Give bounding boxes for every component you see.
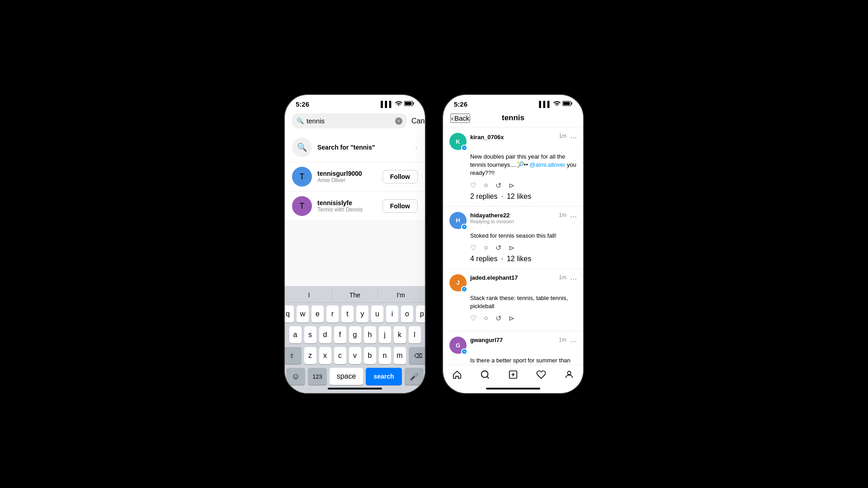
- signal-icon-right: ▌▌▌: [539, 101, 552, 108]
- battery-icon: [404, 101, 414, 108]
- post-more-3[interactable]: ···: [570, 274, 577, 284]
- subtitle-2: Tennis with Dennis: [317, 206, 377, 213]
- repost-icon-2[interactable]: ↺: [495, 244, 501, 252]
- results-feed[interactable]: K + kiran_0706x 1m ··· New doubles pair …: [443, 127, 583, 365]
- nav-search[interactable]: [480, 370, 490, 382]
- svg-line-7: [487, 377, 489, 379]
- key-m[interactable]: m: [394, 347, 406, 364]
- search-for-info: Search for "tennis": [317, 144, 410, 151]
- post-username-4: gwangurl77: [470, 337, 555, 343]
- post-header-4: G + gwangurl77 1m ···: [449, 337, 577, 354]
- follow-button-1[interactable]: Follow: [382, 170, 418, 183]
- keyboard-row-2: a s d f g h j k l: [286, 326, 424, 343]
- status-icons-right: ▌▌▌: [539, 101, 572, 108]
- key-mic[interactable]: 🎤: [405, 368, 424, 385]
- list-item[interactable]: T tennisislyfe Tennis with Dennis Follow: [285, 192, 425, 221]
- key-n[interactable]: n: [379, 347, 391, 364]
- comment-icon-3[interactable]: ○: [484, 314, 488, 323]
- key-g[interactable]: g: [349, 326, 361, 343]
- key-q[interactable]: q: [285, 305, 294, 323]
- key-z[interactable]: z: [304, 347, 316, 364]
- suggestion-the[interactable]: The: [332, 291, 378, 300]
- nav-compose[interactable]: [508, 370, 518, 382]
- like-icon-1[interactable]: ♡: [470, 181, 476, 190]
- list-item[interactable]: T tennisgurl9000 Amie Oliver Follow: [285, 162, 425, 192]
- key-k[interactable]: k: [394, 326, 406, 343]
- username-2: tennisislyfe: [317, 199, 377, 206]
- search-for-item[interactable]: 🔍 Search for "tennis" ›: [285, 133, 425, 162]
- key-j[interactable]: j: [379, 326, 391, 343]
- avatar-wrap-3: J +: [449, 274, 467, 291]
- dot-2: ·: [501, 255, 503, 263]
- like-icon-2[interactable]: ♡: [470, 244, 476, 252]
- key-h[interactable]: h: [364, 326, 376, 343]
- nav-profile[interactable]: [564, 370, 574, 382]
- key-b[interactable]: b: [364, 347, 376, 364]
- repost-icon-1[interactable]: ↺: [495, 181, 501, 190]
- wifi-icon: [395, 101, 402, 108]
- replies-count-1: 2 replies: [470, 192, 497, 201]
- keyboard-bottom-row: ☺ 123 space search 🎤: [286, 368, 424, 385]
- key-p[interactable]: p: [416, 305, 425, 323]
- avatar-wrap-4: G +: [449, 337, 467, 354]
- key-f[interactable]: f: [334, 326, 346, 343]
- key-s[interactable]: s: [304, 326, 316, 343]
- key-x[interactable]: x: [319, 347, 331, 364]
- svg-rect-5: [563, 102, 570, 105]
- key-numbers[interactable]: 123: [308, 368, 327, 385]
- search-key[interactable]: search: [366, 368, 402, 385]
- key-v[interactable]: v: [349, 347, 361, 364]
- post-item-1: K + kiran_0706x 1m ··· New doubles pair …: [443, 127, 583, 206]
- key-delete[interactable]: ⌫: [409, 347, 425, 364]
- search-content: 🔍 tennis × Cancel 🔍 Search for "tennis" …: [285, 110, 425, 393]
- search-input[interactable]: tennis: [307, 117, 392, 125]
- key-emoji[interactable]: ☺: [286, 368, 305, 385]
- post-more-2[interactable]: ···: [570, 212, 577, 221]
- clear-button[interactable]: ×: [395, 117, 402, 125]
- key-i[interactable]: i: [386, 305, 398, 323]
- nav-heart[interactable]: [536, 370, 546, 382]
- share-icon-1[interactable]: ⊳: [509, 181, 514, 190]
- comment-icon-2[interactable]: ○: [484, 244, 488, 252]
- search-input-wrapper[interactable]: 🔍 tennis ×: [292, 113, 407, 128]
- svg-rect-2: [405, 102, 412, 105]
- search-for-label: Search for "tennis": [317, 144, 410, 151]
- post-more-1[interactable]: ···: [570, 133, 577, 142]
- post-text-3: Stack rank these: tennis, table tennis, …: [470, 294, 577, 310]
- key-r[interactable]: r: [326, 305, 339, 323]
- post-header-2: H + hidayathere22 Replying to mosseri 1m…: [449, 212, 577, 229]
- key-a[interactable]: a: [289, 326, 302, 343]
- follow-button-2[interactable]: Follow: [382, 199, 418, 213]
- post-header-3: J + jaded.elephant17 1m ···: [449, 274, 577, 291]
- suggestion-im[interactable]: I'm: [378, 291, 424, 300]
- post-more-4[interactable]: ···: [570, 337, 577, 346]
- key-shift[interactable]: ⇧: [285, 347, 302, 364]
- keyboard-suggestions: I The I'm: [286, 289, 424, 303]
- share-icon-3[interactable]: ⊳: [509, 314, 514, 323]
- back-button[interactable]: ‹ Back: [450, 113, 470, 123]
- mention-1[interactable]: @aimi.allover: [529, 161, 565, 168]
- chevron-right-icon: ›: [415, 144, 418, 151]
- repost-icon-3[interactable]: ↺: [495, 314, 501, 323]
- key-u[interactable]: u: [371, 305, 383, 323]
- comment-icon-1[interactable]: ○: [484, 181, 488, 190]
- key-y[interactable]: y: [356, 305, 368, 323]
- key-l[interactable]: l: [409, 326, 421, 343]
- signal-icon: ▌▌▌: [381, 101, 393, 108]
- share-icon-2[interactable]: ⊳: [509, 244, 514, 252]
- key-c[interactable]: c: [334, 347, 346, 364]
- suggestion-i[interactable]: I: [286, 291, 332, 300]
- key-o[interactable]: o: [401, 305, 413, 323]
- avatar-plus-3: +: [461, 286, 467, 292]
- cancel-button[interactable]: Cancel: [411, 117, 425, 125]
- key-d[interactable]: d: [319, 326, 331, 343]
- key-w[interactable]: w: [297, 305, 309, 323]
- post-actions-1: ♡ ○ ↺ ⊳: [470, 181, 577, 190]
- key-space[interactable]: space: [330, 368, 363, 385]
- key-e[interactable]: e: [311, 305, 324, 323]
- status-time-left: 5:26: [296, 100, 309, 108]
- search-for-icon: 🔍: [292, 137, 312, 157]
- like-icon-3[interactable]: ♡: [470, 314, 476, 323]
- nav-home[interactable]: [452, 370, 462, 382]
- key-t[interactable]: t: [341, 305, 354, 323]
